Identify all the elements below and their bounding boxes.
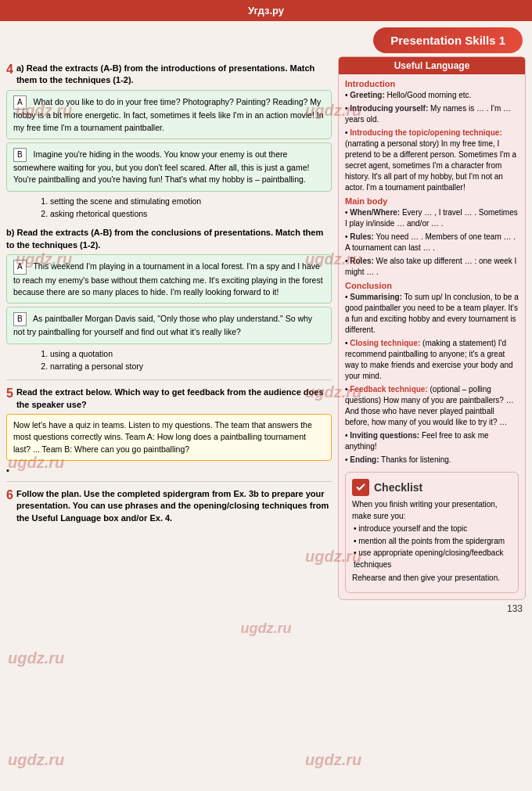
exercise-4-header: 4 a) Read the extracts (A-B) from the in… <box>6 63 332 87</box>
exercise-5-text-box: Now let's have a quiz in teams. Listen t… <box>6 414 332 461</box>
checklist-item-2: mention all the points from the spidergr… <box>354 536 512 548</box>
panel-intro-topic: Introducing the topic/opening technique:… <box>345 128 519 193</box>
title-pill: Presentation Skills 1 <box>373 27 523 53</box>
panel-mb-roles: Roles: We also take up different … : one… <box>345 256 519 278</box>
conclusion-box-b: B As paintballer Morgan Davis said, "Onl… <box>6 307 332 344</box>
exercise-5-number: 5 <box>6 387 13 401</box>
page-number-text: 133 <box>507 603 523 614</box>
exercise-6-number: 6 <box>6 488 13 502</box>
checklist-item-3: use appropriate opening/closing/feedback… <box>354 548 512 570</box>
bullet-dot: • <box>6 466 332 475</box>
conclusion-box-b-text: As paintballer Morgan Davis said, "Only … <box>13 314 312 337</box>
conclusion-box-a-text: This weekend I'm playing in a tournament… <box>13 261 323 297</box>
checklist-item-1: introduce yourself and the topic <box>354 523 512 535</box>
panel-conclusion-title: Conclusion <box>345 281 519 290</box>
techniques-b: using a quotation narrating a personal s… <box>38 347 332 374</box>
panel-mb-rules: Rules: You need … . Members of one team … <box>345 232 519 253</box>
title-text: Presentation Skills 1 <box>390 34 505 47</box>
checklist-title: Checklist <box>374 481 422 494</box>
watermark-9: ugdz.ru <box>8 751 64 769</box>
useful-language-title: Useful Language <box>394 60 470 71</box>
panel-con-ending: Ending: Thanks for listening. <box>345 455 519 466</box>
exercise-4-number: 4 <box>6 63 13 77</box>
checklist-body: When you finish writing your presentatio… <box>352 499 512 584</box>
main-content: 4 a) Read the extracts (A-B) from the in… <box>0 56 532 600</box>
conclusion-box-a-label: A <box>13 260 27 275</box>
technique-b-2: narrating a personal story <box>50 360 332 373</box>
exercise-5-instruction: Read the extract below. Which way to get… <box>16 387 332 411</box>
left-column: 4 a) Read the extracts (A-B) from the in… <box>6 56 338 600</box>
watermark-10: ugdz.ru <box>305 751 361 769</box>
exercise-5-header: 5 Read the extract below. Which way to g… <box>6 387 332 411</box>
panel-introduction-title: Introduction <box>345 79 519 88</box>
right-column: Useful Language Introduction Greeting: H… <box>338 56 526 600</box>
panel-intro-introducing: Introducing yourself: My names is … . I'… <box>345 103 519 125</box>
checklist-intro: When you finish writing your presentatio… <box>352 499 512 522</box>
top-bar-text: Угдз.ру <box>248 5 284 16</box>
panel-con-closing: Closing technique: (making a statement) … <box>345 338 519 382</box>
checklist-icon <box>352 479 369 496</box>
techniques-a: setting the scene and stimulating emotio… <box>38 195 332 221</box>
divider-1 <box>6 379 332 380</box>
divider-2 <box>6 481 332 482</box>
exercise-4b-instruction: b) Read the extracts (A-B) from the conc… <box>6 227 332 251</box>
panel-intro-greeting: Greeting: Hello/Good morning etc. <box>345 90 519 101</box>
watermark-8: ugdz.ru <box>8 649 64 667</box>
checklist-item-4: Rehearse and then give your presentation… <box>352 573 512 584</box>
box-a-label: A <box>13 95 27 110</box>
intro-box-b: B Imagine you're hiding in the woods. Yo… <box>6 142 332 192</box>
useful-language-header: Useful Language <box>339 57 525 74</box>
panel-mainbody-title: Main body <box>345 196 519 206</box>
exercise-5-text: Now let's have a quiz in teams. Listen t… <box>13 420 312 453</box>
panel-con-feedback: Feedback technique: (optional – polling … <box>345 384 519 428</box>
title-banner: Presentation Skills 1 <box>0 21 532 56</box>
exercise-6-instruction: Follow the plan. Use the completed spide… <box>16 488 332 524</box>
technique-a-2: asking rhetorical questions <box>50 207 332 221</box>
box-b-label: B <box>13 148 27 163</box>
panel-mb-when: When/Where: Every … , I travel … . Somet… <box>345 207 519 229</box>
exercise-4a-instruction: a) Read the extracts (A-B) from the intr… <box>16 63 332 87</box>
conclusion-box-b-label: B <box>13 312 27 327</box>
page-number: 133 <box>0 600 532 617</box>
checklist-box: Checklist When you finish writing your p… <box>345 472 519 593</box>
exercise-4b-header: b) Read the extracts (A-B) from the conc… <box>6 227 332 251</box>
box-b-text: Imagine you're hiding in the woods. You … <box>13 149 309 185</box>
panel-con-summarising: Summarising: To sum up/ In conclusion, t… <box>345 292 519 336</box>
bottom-watermark-row: ugdz.ru <box>0 617 532 640</box>
panel-con-inviting: Inviting questions: Feel free to ask me … <box>345 430 519 452</box>
checklist-title-row: Checklist <box>352 479 512 496</box>
technique-b-1: using a quotation <box>50 347 332 361</box>
top-bar: Угдз.ру <box>0 0 532 21</box>
box-a-text: What do you like to do in your free time… <box>13 97 324 132</box>
intro-box-a: A What do you like to do in your free ti… <box>6 90 332 139</box>
bottom-watermark: ugdz.ru <box>241 620 292 636</box>
exercise-6-header: 6 Follow the plan. Use the completed spi… <box>6 488 332 524</box>
technique-a-1: setting the scene and stimulating emotio… <box>50 195 332 208</box>
conclusion-box-a: A This weekend I'm playing in a tourname… <box>6 254 332 304</box>
page-container: Угдз.ру Presentation Skills 1 4 a) Read … <box>0 0 532 640</box>
